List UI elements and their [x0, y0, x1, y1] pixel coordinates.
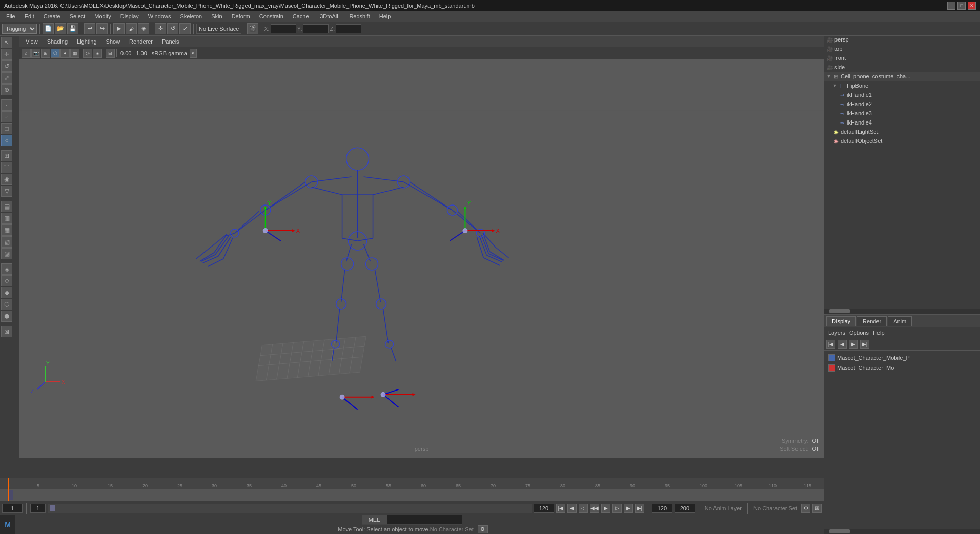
range-start-input[interactable]	[30, 504, 46, 513]
playback-start-input[interactable]	[652, 504, 672, 513]
redo-button[interactable]: ↪	[96, 23, 108, 34]
rotate-tool[interactable]: ↺	[1, 60, 12, 72]
channel-ctrl-3[interactable]: ▶	[849, 340, 858, 349]
next-frame-btn[interactable]: ▶	[624, 504, 633, 513]
play-back-btn[interactable]: ◀◀	[590, 504, 599, 513]
window-controls[interactable]: ─ □ ✕	[947, 2, 976, 10]
menu-skeleton[interactable]: Skeleton	[176, 12, 206, 20]
menu-redshift[interactable]: Redshift	[345, 12, 374, 20]
vertex-mode[interactable]: ·	[1, 99, 12, 111]
main-viewport[interactable]: Y X Y X	[19, 59, 824, 458]
rotate-tool-button[interactable]: ↺	[167, 23, 178, 34]
goto-start-btn[interactable]: |◀	[556, 504, 565, 513]
vp-textured-btn[interactable]: ▦	[70, 49, 79, 58]
vp-camera-btn[interactable]: 📷	[31, 49, 40, 58]
layer-row-1[interactable]: Mascot_Character_Mobile_P	[826, 353, 978, 363]
layer-btn-1[interactable]: ▤	[1, 201, 12, 212]
channel-ctrl-2[interactable]: ◀	[838, 340, 847, 349]
menu-modify[interactable]: Modify	[90, 12, 115, 20]
range-end-input[interactable]	[534, 504, 554, 513]
anim-options-btn[interactable]: ⊞	[812, 504, 822, 513]
mel-input[interactable]	[387, 515, 462, 524]
scale-tool[interactable]: ⤢	[1, 72, 12, 84]
vp-isolate-btn[interactable]: ◎	[83, 49, 92, 58]
menu-display[interactable]: Display	[116, 12, 143, 20]
layer-btn-5[interactable]: ▨	[1, 248, 12, 259]
prev-frame-btn[interactable]: ◀	[567, 504, 577, 513]
tool-extra-3[interactable]: ◆	[1, 287, 12, 298]
tree-item-defaultlightset[interactable]: ◉ defaultLightSet	[824, 127, 980, 136]
tree-item-front[interactable]: 🎥 front	[824, 53, 980, 63]
layer-btn-3[interactable]: ▦	[1, 224, 12, 236]
snap-surface[interactable]: ▽	[1, 186, 12, 197]
menu-windows[interactable]: Windows	[144, 12, 175, 20]
tree-item-ikhandle1[interactable]: ⊸ ikHandle1	[824, 90, 980, 99]
mode-selector[interactable]: Rigging	[2, 24, 37, 34]
snap-grid[interactable]: ⊞	[1, 150, 12, 161]
goto-end-btn[interactable]: ▶|	[635, 504, 644, 513]
object-mode[interactable]: ○	[1, 135, 12, 146]
vp-menu-lighting[interactable]: Lighting	[73, 37, 101, 46]
snap-curve[interactable]: ⌒	[1, 162, 12, 173]
expand-icon[interactable]: ▼	[826, 74, 831, 79]
status-settings-btn[interactable]: ⚙	[478, 525, 488, 533]
scrollbar-thumb-h[interactable]	[829, 309, 850, 313]
frame-current-input[interactable]	[2, 504, 23, 513]
gamma-dropdown-btn[interactable]: ▾	[190, 49, 197, 58]
tree-item-persp[interactable]: 🎥 persp	[824, 35, 980, 44]
play-fwd-btn[interactable]: ▶	[601, 504, 610, 513]
vp-home-btn[interactable]: ⌂	[22, 49, 31, 58]
vp-menu-shading[interactable]: Shading	[43, 37, 72, 46]
select-mode-button[interactable]: ▶	[113, 23, 125, 34]
vp-menu-view[interactable]: View	[22, 37, 42, 46]
vp-menu-renderer[interactable]: Renderer	[125, 37, 157, 46]
close-button[interactable]: ✕	[968, 2, 976, 10]
prev-keyframe-btn[interactable]: ◁	[579, 504, 588, 513]
tool-extra-4[interactable]: ⬡	[1, 299, 12, 310]
lasso-select-button[interactable]: ◈	[138, 23, 149, 34]
channel-ctrl-1[interactable]: |◀	[826, 340, 835, 349]
outliner-scrollbar-h[interactable]	[824, 309, 980, 314]
undo-button[interactable]: ↩	[84, 23, 95, 34]
tree-item-top[interactable]: 🎥 top	[824, 44, 980, 53]
snap-point[interactable]: ◉	[1, 174, 12, 185]
vp-menu-show[interactable]: Show	[102, 37, 125, 46]
maximize-button[interactable]: □	[957, 2, 966, 10]
range-thumb-left[interactable]	[50, 505, 55, 511]
menu-file[interactable]: File	[2, 12, 19, 20]
layer-row-2[interactable]: Mascot_Character_Mo	[826, 363, 978, 373]
channel-content[interactable]: Mascot_Character_Mobile_P Mascot_Charact…	[824, 351, 980, 529]
channel-subtab-layers[interactable]: Layers	[828, 330, 845, 336]
x-input[interactable]	[271, 24, 296, 33]
tree-item-ikhandle4[interactable]: ⊸ ikHandle4	[824, 118, 980, 127]
mel-label[interactable]: MEL	[362, 515, 387, 524]
tool-extra-1[interactable]: ◈	[1, 263, 12, 275]
menu-edit[interactable]: Edit	[21, 12, 38, 20]
menu-create[interactable]: Create	[39, 12, 65, 20]
menu-help[interactable]: Help	[375, 12, 395, 20]
layer-btn-4[interactable]: ▧	[1, 236, 12, 248]
tool-extra-5[interactable]: ⬢	[1, 311, 12, 322]
minimize-button[interactable]: ─	[947, 2, 955, 10]
menu-cache[interactable]: Cache	[289, 12, 313, 20]
tool-extra-6[interactable]: ⊠	[1, 326, 12, 337]
save-file-button[interactable]: 💾	[67, 23, 78, 34]
channel-tab-render[interactable]: Render	[857, 316, 887, 326]
menu-skin[interactable]: Skin	[207, 12, 226, 20]
scale-tool-button[interactable]: ⤢	[179, 23, 191, 34]
timeline-range-bar[interactable]	[48, 504, 532, 513]
move-tool-button[interactable]: ✛	[155, 23, 166, 34]
timeline-track[interactable]	[0, 489, 824, 501]
face-mode[interactable]: □	[1, 123, 12, 134]
paint-select-button[interactable]: 🖌	[126, 23, 137, 34]
channel-tab-anim[interactable]: Anim	[888, 316, 912, 326]
channel-tab-display[interactable]: Display	[826, 316, 856, 326]
open-file-button[interactable]: 📂	[55, 23, 66, 34]
menu-3dtoall[interactable]: -3DtoAll-	[314, 12, 344, 20]
move-tool[interactable]: ✛	[1, 49, 12, 60]
y-input[interactable]	[303, 24, 329, 33]
tree-item-ikhandle3[interactable]: ⊸ ikHandle3	[824, 109, 980, 118]
layer-btn-2[interactable]: ▥	[1, 213, 12, 224]
tree-item-cellphone-group[interactable]: ▼ ⊞ Cell_phone_costume_cha...	[824, 72, 980, 81]
universal-manip[interactable]: ⊕	[1, 84, 12, 95]
